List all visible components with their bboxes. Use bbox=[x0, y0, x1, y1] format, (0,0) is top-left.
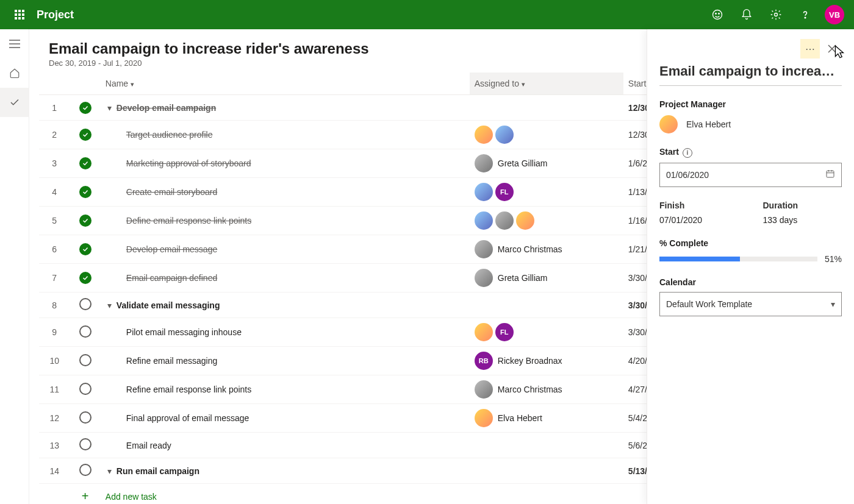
check-open-icon bbox=[79, 325, 92, 338]
app-name: Project bbox=[37, 9, 74, 21]
task-status-toggle[interactable] bbox=[70, 149, 100, 178]
assignee-avatar bbox=[475, 269, 493, 287]
calendar-select[interactable]: Default Work Template ▾ bbox=[659, 292, 842, 316]
row-number: 14 bbox=[39, 458, 70, 484]
user-avatar[interactable]: VB bbox=[825, 5, 844, 24]
notifications-icon[interactable] bbox=[732, 0, 761, 29]
assignee-cell[interactable] bbox=[470, 433, 623, 458]
calendar-icon[interactable] bbox=[825, 169, 835, 180]
home-icon[interactable] bbox=[0, 59, 29, 88]
task-status-toggle[interactable] bbox=[70, 404, 100, 433]
assignee-avatar bbox=[475, 183, 493, 201]
assignee-cell[interactable]: Marco Christmas bbox=[470, 375, 623, 404]
task-name: Target audience profile bbox=[126, 130, 213, 140]
task-name-cell[interactable]: ▾Validate email messaging bbox=[101, 293, 470, 318]
assignee-cell[interactable]: Marco Christmas bbox=[470, 235, 623, 264]
task-name-cell[interactable]: Pilot email messaging inhouse bbox=[101, 318, 470, 347]
project-title: Email campaign to increase rider's aware… bbox=[49, 40, 706, 57]
task-name-cell[interactable]: Target audience profile bbox=[101, 121, 470, 149]
assignee-name: Elva Hebert bbox=[498, 413, 542, 423]
task-name-cell[interactable]: Define email response link points bbox=[101, 207, 470, 235]
task-name-cell[interactable]: Final approval of email message bbox=[101, 404, 470, 433]
svg-rect-19 bbox=[827, 171, 834, 177]
assignee-avatar: RB bbox=[475, 352, 493, 370]
assignee-cell[interactable] bbox=[470, 293, 623, 318]
task-name: Create email storyboard bbox=[126, 187, 217, 197]
task-name: Final approval of email message bbox=[126, 413, 249, 423]
chevron-down-icon: ▾ bbox=[522, 80, 525, 88]
chevron-down-icon[interactable]: ▾ bbox=[106, 300, 114, 310]
task-status-toggle[interactable] bbox=[70, 178, 100, 207]
svg-rect-7 bbox=[18, 17, 21, 20]
task-status-toggle[interactable] bbox=[70, 458, 100, 484]
calendar-label: Calendar bbox=[659, 277, 842, 287]
task-name-cell[interactable]: ▾Develop email campaign bbox=[101, 95, 470, 121]
assignee-name: Rickey Broadnax bbox=[498, 356, 562, 366]
assignee-cell[interactable]: RBRickey Broadnax bbox=[470, 347, 623, 375]
svg-rect-1 bbox=[18, 10, 21, 12]
assignee-cell[interactable]: Greta Gilliam bbox=[470, 149, 623, 178]
assignee-cell[interactable]: FL bbox=[470, 318, 623, 347]
task-status-toggle[interactable] bbox=[70, 207, 100, 235]
task-name-cell[interactable]: Create email storyboard bbox=[101, 178, 470, 207]
task-name-cell[interactable]: ▾Run email campaign bbox=[101, 458, 470, 484]
panel-close-button[interactable] bbox=[822, 39, 842, 59]
assignee-cell[interactable] bbox=[470, 458, 623, 484]
chevron-down-icon[interactable]: ▾ bbox=[106, 466, 114, 476]
settings-icon[interactable] bbox=[761, 0, 791, 29]
assignee-cell[interactable] bbox=[470, 121, 623, 149]
task-name: Email campaign defined bbox=[126, 273, 217, 283]
task-name-cell[interactable]: Marketing approval of storyboard bbox=[101, 149, 470, 178]
assignee-cell[interactable]: FL bbox=[470, 178, 623, 207]
task-name-cell[interactable]: Refine email messaging bbox=[101, 347, 470, 375]
pm-avatar bbox=[659, 115, 678, 133]
top-bar: Project VB bbox=[0, 0, 854, 29]
svg-rect-6 bbox=[15, 17, 17, 20]
check-open-icon bbox=[79, 464, 92, 476]
assignee-cell[interactable] bbox=[470, 207, 623, 235]
pm-name: Elva Hebert bbox=[686, 119, 731, 129]
task-status-toggle[interactable] bbox=[70, 293, 100, 318]
start-date-input[interactable]: 01/06/2020 bbox=[659, 163, 842, 187]
chevron-down-icon[interactable]: ▾ bbox=[106, 103, 114, 113]
task-name: Develop email campaign bbox=[117, 103, 216, 113]
col-name[interactable]: Name▾ bbox=[101, 73, 470, 95]
task-name-cell[interactable]: Email campaign defined bbox=[101, 264, 470, 293]
app-launcher-icon[interactable] bbox=[5, 0, 34, 29]
task-name: Refine email response link points bbox=[126, 385, 251, 394]
assignee-avatar bbox=[475, 380, 493, 399]
task-name-cell[interactable]: Refine email response link points bbox=[101, 375, 470, 404]
task-status-toggle[interactable] bbox=[70, 375, 100, 404]
task-status-toggle[interactable] bbox=[70, 318, 100, 347]
row-number: 9 bbox=[39, 318, 70, 347]
task-status-toggle[interactable] bbox=[70, 264, 100, 293]
checkmark-nav-icon[interactable] bbox=[0, 88, 29, 117]
help-icon[interactable] bbox=[791, 0, 820, 29]
emoji-icon[interactable] bbox=[703, 0, 732, 29]
assignee-avatar bbox=[516, 211, 534, 230]
hamburger-icon[interactable] bbox=[0, 29, 29, 59]
svg-rect-8 bbox=[22, 17, 24, 20]
task-status-toggle[interactable] bbox=[70, 235, 100, 264]
assignee-cell[interactable]: Elva Hebert bbox=[470, 404, 623, 433]
assignee-name: Marco Christmas bbox=[498, 385, 562, 394]
task-status-toggle[interactable] bbox=[70, 433, 100, 458]
plus-icon: + bbox=[79, 489, 92, 503]
panel-more-button[interactable]: ⋯ bbox=[800, 39, 820, 59]
row-number: 13 bbox=[39, 433, 70, 458]
check-open-icon bbox=[79, 438, 92, 450]
col-assigned[interactable]: Assigned to▾ bbox=[470, 73, 623, 95]
check-done-icon bbox=[79, 157, 92, 169]
task-name-cell[interactable]: Develop email message bbox=[101, 235, 470, 264]
svg-point-13 bbox=[805, 17, 806, 18]
info-icon[interactable]: i bbox=[683, 148, 692, 158]
assignee-cell[interactable]: Greta Gilliam bbox=[470, 264, 623, 293]
task-name-cell[interactable]: Email ready bbox=[101, 433, 470, 458]
task-status-toggle[interactable] bbox=[70, 347, 100, 375]
svg-point-11 bbox=[719, 13, 720, 15]
assignee-avatar bbox=[495, 211, 514, 230]
assignee-cell[interactable] bbox=[470, 95, 623, 121]
assignee-avatar bbox=[475, 154, 493, 172]
task-status-toggle[interactable] bbox=[70, 95, 100, 121]
task-status-toggle[interactable] bbox=[70, 121, 100, 149]
